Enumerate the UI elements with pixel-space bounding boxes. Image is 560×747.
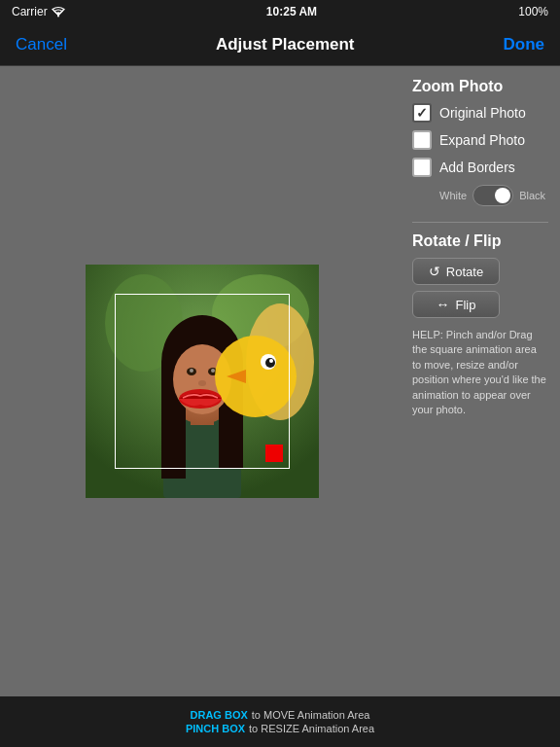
- bottom-line-1: DRAG BOX to MOVE Animation Area: [191, 709, 370, 721]
- cancel-button[interactable]: Cancel: [16, 35, 67, 54]
- toggle-black-label: Black: [519, 190, 545, 201]
- flip-label: Flip: [456, 298, 476, 312]
- rotate-flip-section: Rotate / Flip ↺ Rotate ↔ Flip: [412, 232, 548, 324]
- zoom-photo-title: Zoom Photo: [412, 78, 548, 95]
- toggle-knob: [495, 188, 510, 203]
- expand-photo-label: Expand Photo: [439, 132, 525, 148]
- photo-container: [86, 265, 319, 498]
- add-borders-checkbox[interactable]: [412, 158, 432, 177]
- help-text: HELP: Pinch and/or Drag the square anima…: [412, 328, 548, 417]
- drag-keyword: DRAG BOX: [191, 709, 248, 721]
- pinch-keyword: PINCH BOX: [186, 723, 245, 734]
- pinch-rest: to RESIZE Animation Area: [249, 723, 374, 734]
- rotate-button[interactable]: ↺ Rotate: [412, 258, 500, 285]
- section-divider: [412, 222, 548, 223]
- white-black-toggle-row: White Black: [439, 185, 548, 206]
- animation-placement-box[interactable]: [115, 294, 290, 469]
- expand-photo-checkbox[interactable]: [412, 130, 432, 150]
- done-button[interactable]: Done: [503, 35, 544, 54]
- original-photo-row: Original Photo: [412, 103, 548, 123]
- original-photo-checkbox[interactable]: [412, 103, 432, 123]
- expand-photo-row: Expand Photo: [412, 130, 548, 150]
- flip-button[interactable]: ↔ Flip: [412, 291, 500, 318]
- status-time: 10:25 AM: [266, 5, 317, 18]
- right-panel: Zoom Photo Original Photo Expand Photo A…: [404, 66, 560, 696]
- main-content: Zoom Photo Original Photo Expand Photo A…: [0, 66, 560, 696]
- original-photo-label: Original Photo: [439, 105, 526, 121]
- drag-rest: to MOVE Animation Area: [252, 709, 370, 721]
- carrier-text: Carrier: [12, 5, 48, 18]
- zoom-photo-section: Zoom Photo Original Photo Expand Photo A…: [412, 78, 548, 216]
- add-borders-row: Add Borders: [412, 158, 548, 177]
- rotate-flip-title: Rotate / Flip: [412, 232, 548, 250]
- battery-text: 100%: [518, 5, 548, 18]
- svg-point-0: [57, 16, 59, 18]
- nav-bar: Cancel Adjust Placement Done: [0, 23, 560, 66]
- flip-icon: ↔: [437, 297, 450, 312]
- bottom-line-2: PINCH BOX to RESIZE Animation Area: [186, 723, 374, 734]
- nav-title: Adjust Placement: [216, 35, 355, 54]
- bottom-bar: DRAG BOX to MOVE Animation Area PINCH BO…: [0, 696, 560, 747]
- wifi-icon: [52, 6, 65, 18]
- add-borders-label: Add Borders: [439, 160, 515, 175]
- toggle-white-label: White: [439, 190, 467, 201]
- photo-area: [0, 66, 404, 696]
- border-color-toggle[interactable]: [472, 185, 513, 206]
- status-left: Carrier: [12, 5, 65, 18]
- status-bar: Carrier 10:25 AM 100%: [0, 0, 560, 23]
- resize-handle[interactable]: [265, 445, 283, 462]
- rotate-icon: ↺: [429, 264, 440, 279]
- rotate-label: Rotate: [446, 265, 483, 279]
